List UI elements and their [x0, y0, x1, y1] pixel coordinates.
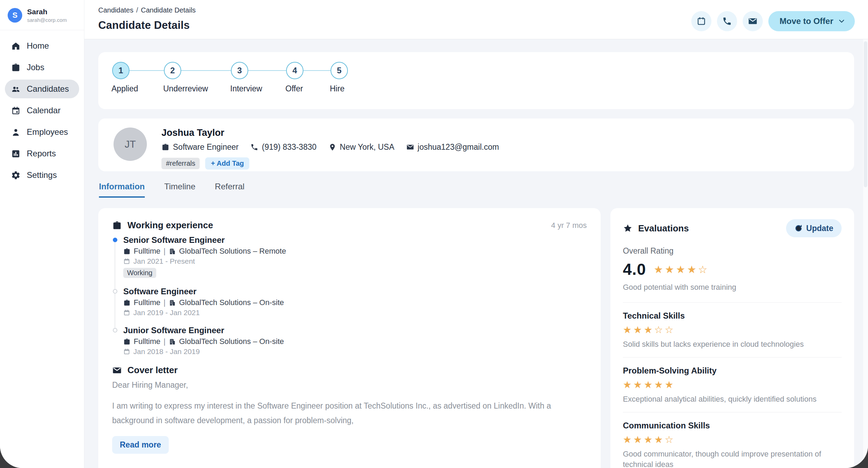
separator: | — [164, 247, 166, 256]
chevron-down-icon — [837, 17, 846, 25]
sidebar-item-candidates[interactable]: Candidates — [5, 80, 79, 98]
gear-icon — [11, 171, 20, 180]
overall-rating-row: 4.0 ★★★★☆ — [623, 260, 842, 279]
evaluation-category: Problem-Solving Ability ★★★★★ Exceptiona… — [623, 357, 842, 412]
read-more-button[interactable]: Read more — [112, 436, 169, 454]
sidebar-item-jobs[interactable]: Jobs — [5, 58, 79, 77]
breadcrumb-parent[interactable]: Candidates — [98, 6, 133, 14]
email-button[interactable] — [743, 11, 763, 31]
user-email: sarah@corp.com — [27, 17, 67, 23]
experience-item: Senior Software Engineer Fulltime | Glob… — [113, 235, 587, 278]
topbar: Candidates/Candidate Details Candidate D… — [84, 0, 868, 39]
phone-icon — [722, 16, 732, 26]
briefcase-icon — [112, 221, 122, 230]
sidebar-item-calendar[interactable]: Calendar — [5, 101, 79, 120]
sidebar-item-home[interactable]: Home — [5, 36, 79, 55]
tab-referral[interactable]: Referral — [215, 182, 244, 198]
experience-role: Junior Software Engineer — [123, 325, 587, 336]
location-pin-icon — [328, 143, 336, 151]
company-name: GlobalTech Solutions – On-site — [179, 337, 284, 346]
experience-meta: Fulltime | GlobalTech Solutions – On-sit… — [123, 298, 587, 307]
schedule-button[interactable] — [691, 11, 711, 31]
sidebar-item-reports[interactable]: Reports — [5, 144, 79, 163]
main-area: Candidates/Candidate Details Candidate D… — [84, 0, 868, 468]
avatar: S — [8, 8, 22, 23]
step-hire: 5 Hire — [331, 62, 348, 79]
mail-icon — [406, 143, 414, 151]
breadcrumb: Candidates/Candidate Details — [98, 6, 196, 14]
building-icon — [169, 338, 176, 345]
step-col: 3 Interview — [231, 62, 248, 79]
step-connector — [181, 70, 231, 71]
candidate-name: Joshua Taylor — [161, 128, 499, 138]
step-circle: 4 — [286, 62, 303, 79]
step-col: 4 Offer — [286, 62, 303, 79]
cover-letter-greeting: Dear Hiring Manager, — [112, 380, 587, 390]
tab-information[interactable]: Information — [99, 182, 145, 198]
step-applied: 1 Applied — [112, 62, 164, 79]
category-stars: ★★★☆☆ — [623, 324, 842, 336]
add-tag-button[interactable]: + Add Tag — [205, 157, 249, 170]
briefcase-icon — [11, 63, 20, 72]
evaluation-category: Communication Skills ★★★★☆ Good communic… — [623, 412, 842, 468]
experience-title: Working experience — [127, 220, 545, 231]
candidate-location: New York, USA — [328, 142, 394, 152]
experience-meta: Fulltime | GlobalTech Solutions – On-sit… — [123, 337, 587, 346]
detail-tabs: Information Timeline Referral — [98, 182, 854, 198]
date-range: Jan 2021 - Present — [133, 257, 195, 265]
move-to-offer-button[interactable]: Move to Offer — [768, 11, 855, 31]
step-offer: 4 Offer — [286, 62, 331, 79]
separator: | — [164, 337, 166, 346]
evaluation-categories: Technical Skills ★★★☆☆ Solid skills but … — [623, 303, 842, 468]
candidate-email: joshua123@gmail.com — [406, 142, 499, 152]
sidebar-item-employees[interactable]: Employees — [5, 123, 79, 141]
sidebar-item-label: Calendar — [27, 106, 60, 115]
breadcrumb-current: Candidate Details — [141, 6, 196, 14]
app-window: S Sarah sarah@corp.com Home Jobs Candida… — [0, 0, 868, 468]
step-connector — [248, 70, 286, 71]
category-stars: ★★★★☆ — [623, 434, 842, 445]
employment-type: Fulltime — [134, 337, 160, 346]
scrollbar[interactable] — [863, 39, 868, 468]
update-button[interactable]: Update — [786, 219, 842, 237]
company-name: GlobalTech Solutions – Remote — [179, 247, 286, 256]
timeline-dot — [113, 328, 117, 332]
step-label: Interview — [230, 84, 262, 93]
date-range: Jan 2018 - Jan 2019 — [133, 347, 200, 356]
experience-meta: Fulltime | GlobalTech Solutions – Remote — [123, 247, 587, 256]
category-note: Solid skills but lacks experience in clo… — [623, 339, 842, 350]
experience-role: Senior Software Engineer — [123, 235, 587, 245]
sidebar-item-settings[interactable]: Settings — [5, 166, 79, 184]
category-stars: ★★★★★ — [623, 379, 842, 391]
people-icon — [11, 84, 20, 94]
candidate-info: Joshua Taylor Software Engineer (919) 83… — [161, 128, 499, 162]
category-name: Problem-Solving Ability — [623, 366, 842, 376]
star-icon — [623, 223, 633, 233]
step-circle: 1 — [112, 62, 130, 79]
breadcrumb-separator: / — [133, 6, 141, 14]
evaluation-category: Technical Skills ★★★☆☆ Solid skills but … — [623, 303, 842, 357]
step-col: 1 Applied — [112, 62, 130, 79]
refresh-icon — [794, 224, 803, 232]
scrollbar-thumb[interactable] — [864, 41, 867, 187]
building-icon — [169, 299, 176, 306]
employment-type: Fulltime — [134, 247, 160, 256]
mail-icon — [748, 16, 758, 26]
detail-columns: Working experience 4 yr 7 mos Senior Sof… — [98, 208, 854, 468]
briefcase-icon — [123, 338, 131, 345]
step-label: Hire — [330, 84, 344, 93]
user-info: Sarah sarah@corp.com — [27, 8, 67, 23]
home-icon — [11, 41, 20, 51]
experience-role: Software Engineer — [123, 286, 587, 297]
separator: | — [164, 298, 166, 307]
candidate-role: Software Engineer — [161, 142, 239, 152]
call-button[interactable] — [717, 11, 737, 31]
overall-stars: ★★★★☆ — [654, 263, 709, 276]
overall-score: 4.0 — [623, 260, 646, 279]
building-icon — [169, 248, 176, 255]
mail-icon — [112, 366, 122, 375]
experience-duration: 4 yr 7 mos — [551, 221, 587, 230]
briefcase-icon — [123, 248, 131, 255]
user-profile: S Sarah sarah@corp.com — [0, 0, 84, 30]
tab-timeline[interactable]: Timeline — [164, 182, 195, 198]
